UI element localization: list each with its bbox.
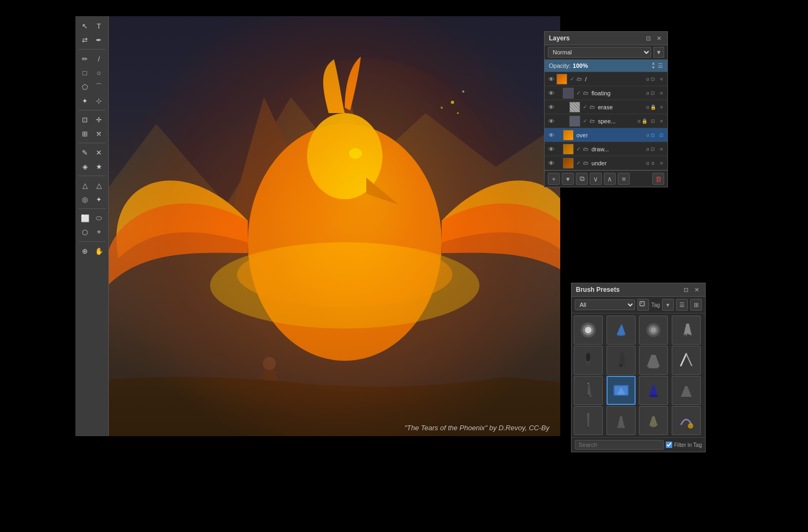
brush-all-select[interactable]: All bbox=[575, 299, 635, 310]
polygon-tool[interactable]: ⬡ bbox=[79, 226, 92, 239]
layer-action-2-floating[interactable]: ≡ bbox=[658, 89, 665, 97]
layer-properties-btn[interactable]: ≡ bbox=[618, 173, 630, 185]
brush-item-13[interactable] bbox=[574, 406, 603, 435]
brush-item-14[interactable] bbox=[607, 406, 636, 435]
brush-item-6[interactable] bbox=[607, 346, 636, 375]
move-tool[interactable]: ✛ bbox=[93, 113, 106, 126]
layers-close-button[interactable]: ✕ bbox=[654, 34, 663, 43]
brush-item-11[interactable] bbox=[639, 376, 668, 405]
expand-layer-btn[interactable]: ▾ bbox=[562, 173, 574, 185]
crop-tool[interactable]: ⊡ bbox=[79, 113, 92, 126]
layer-row-draw[interactable]: 👁 ✓ 🗁 draw... α ⊡ ≡ bbox=[545, 142, 667, 156]
add-layer-btn[interactable]: + bbox=[548, 173, 560, 185]
opacity-value[interactable]: 100% bbox=[573, 62, 588, 69]
layer-eye-floating[interactable]: 👁 bbox=[547, 89, 555, 97]
brush-item-7[interactable] bbox=[639, 346, 668, 375]
layer-row-speed[interactable]: 👁 ✓ 🗁 spee... α 🔒 ⊡ ≡ bbox=[545, 114, 667, 128]
layer-eye-speed[interactable]: 👁 bbox=[547, 117, 555, 125]
layer-eye-over[interactable]: 👁 bbox=[547, 131, 555, 139]
zoom-tool[interactable]: ⊕ bbox=[79, 244, 92, 257]
blend-mode-select[interactable]: Normal Multiply Screen Overlay bbox=[548, 47, 651, 58]
layer-row-floating[interactable]: 👁 ✓ 🗁 floating α ⊡ ≡ bbox=[545, 86, 667, 100]
brush-item-1[interactable] bbox=[574, 316, 603, 345]
layer-action-3-speed[interactable]: ≡ bbox=[658, 117, 665, 125]
brush-list-view-btn[interactable]: ☰ bbox=[676, 299, 688, 311]
layer-action-1-under[interactable]: α bbox=[649, 159, 657, 167]
layer-eye-draw[interactable]: 👁 bbox=[547, 145, 555, 153]
similar-select-tool[interactable]: ⊹ bbox=[93, 94, 106, 107]
poly-select-tool[interactable]: ⬠ bbox=[79, 80, 92, 93]
layer-action-2-erase[interactable]: ≡ bbox=[658, 103, 665, 111]
layer-row-under[interactable]: 👁 ✓ 🗁 under α α ≡ bbox=[545, 156, 667, 170]
layer-action-2-root[interactable]: ≡ bbox=[658, 75, 665, 83]
pan-tool[interactable]: ✋ bbox=[93, 244, 106, 257]
rect-select-tool[interactable]: □ bbox=[79, 66, 92, 79]
brush-item-12[interactable] bbox=[672, 376, 701, 405]
brush-close-btn[interactable]: ✕ bbox=[692, 285, 701, 294]
svg-point-7 bbox=[263, 357, 276, 370]
layers-float-button[interactable]: ⊡ bbox=[644, 34, 652, 43]
ellipse2-tool[interactable]: ⬭ bbox=[93, 212, 106, 225]
star-tool[interactable]: ★ bbox=[93, 160, 106, 173]
brush-item-8[interactable] bbox=[672, 346, 701, 375]
brush-item-3[interactable] bbox=[639, 316, 668, 345]
brush-item-15[interactable] bbox=[639, 406, 668, 435]
layer-row-erase[interactable]: 👁 ✓ 🗁 erase α 🔒 ≡ bbox=[545, 100, 667, 114]
layer-action-1-root[interactable]: ⊡ bbox=[649, 75, 657, 83]
paint-tool[interactable]: ✏ bbox=[79, 52, 92, 65]
brush-item-10[interactable] bbox=[607, 376, 636, 405]
layer-row-root[interactable]: 👁 ✓ 🗁 / α ⊡ ≡ bbox=[545, 72, 667, 86]
layer-action-2-over[interactable]: ⊡ bbox=[658, 131, 665, 139]
measure-tool[interactable]: △ bbox=[79, 179, 92, 192]
brush-item-16[interactable] bbox=[672, 406, 701, 435]
move-layer-up-btn[interactable]: ∧ bbox=[604, 173, 616, 185]
delete-layer-btn[interactable]: 🗑 bbox=[652, 173, 664, 185]
move-layer-down-btn[interactable]: ∨ bbox=[590, 173, 602, 185]
reference-tool[interactable]: ✦ bbox=[93, 193, 106, 206]
brush-item-9[interactable] bbox=[574, 376, 603, 405]
duplicate-layer-btn[interactable]: ⧉ bbox=[576, 173, 588, 185]
layer-action-1-over[interactable]: ⊡ bbox=[649, 131, 657, 139]
brush-item-2[interactable] bbox=[607, 316, 636, 345]
colorpicker-tool[interactable]: ✎ bbox=[79, 146, 92, 159]
bezier-tool[interactable]: ⌖ bbox=[93, 226, 106, 239]
line-tool[interactable]: / bbox=[93, 52, 106, 65]
brush-item-5[interactable] bbox=[574, 346, 603, 375]
brush-tag-btn[interactable] bbox=[637, 299, 649, 311]
opacity-menu-btn[interactable]: ☰ bbox=[658, 62, 663, 69]
brush-search-input[interactable] bbox=[575, 440, 664, 450]
brush-float-btn[interactable]: ⊡ bbox=[681, 285, 690, 294]
opacity-arrows[interactable]: ▲ ▼ bbox=[651, 61, 656, 70]
transform2-tool[interactable]: ⊞ bbox=[79, 127, 92, 140]
ellipse-select-tool[interactable]: ○ bbox=[93, 66, 106, 79]
text-tool[interactable]: T bbox=[93, 19, 106, 32]
eraser-tool[interactable]: ✕ bbox=[93, 146, 106, 159]
fill-tool[interactable]: ◈ bbox=[79, 160, 92, 173]
rect-select2-tool[interactable]: ⬜ bbox=[79, 212, 92, 225]
layer-eye-under[interactable]: 👁 bbox=[547, 159, 555, 167]
layer-row-over[interactable]: 👁 over α ⊡ ⊡ bbox=[545, 128, 667, 142]
layer-filter-button[interactable]: ▼ bbox=[653, 47, 664, 58]
brush-item-4[interactable] bbox=[672, 316, 701, 345]
layer-action-2-draw[interactable]: ≡ bbox=[658, 145, 665, 153]
layer-action-1-draw[interactable]: ⊡ bbox=[649, 145, 657, 153]
opacity-down-arrow[interactable]: ▼ bbox=[651, 66, 656, 70]
brush-expand-btn[interactable]: ▾ bbox=[662, 299, 674, 311]
assistant-tool[interactable]: ◎ bbox=[79, 193, 92, 206]
ruler-tool[interactable]: △ bbox=[93, 179, 106, 192]
transform-tool[interactable]: ⇄ bbox=[79, 33, 92, 46]
select-tool[interactable]: ↖ bbox=[79, 19, 92, 32]
contiguous-select-tool[interactable]: ✦ bbox=[79, 94, 92, 107]
layer-action-1-speed[interactable]: 🔒 bbox=[640, 117, 648, 125]
layer-eye-root[interactable]: 👁 bbox=[547, 75, 555, 83]
brush-grid-view-btn[interactable]: ⊞ bbox=[690, 299, 702, 311]
layer-action-2-under[interactable]: ≡ bbox=[658, 159, 665, 167]
warp-tool[interactable]: ⤧ bbox=[93, 127, 106, 140]
brush-filter-in-tag-checkbox[interactable] bbox=[666, 442, 672, 448]
layer-action-1-floating[interactable]: ⊡ bbox=[649, 89, 657, 97]
freehand-tool[interactable]: ✒ bbox=[93, 33, 106, 46]
layer-action-2-speed[interactable]: ⊡ bbox=[649, 117, 657, 125]
layer-eye-erase[interactable]: 👁 bbox=[547, 103, 555, 111]
layer-action-1-erase[interactable]: 🔒 bbox=[649, 103, 657, 111]
freehand-select-tool[interactable]: ⌒ bbox=[93, 80, 106, 93]
